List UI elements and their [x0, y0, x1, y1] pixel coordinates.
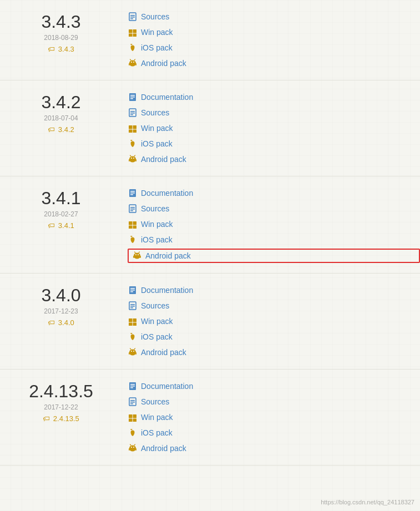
- tag-label: 2.4.13.5: [53, 414, 79, 423]
- tag-icon: 🏷: [48, 125, 55, 134]
- version-tag[interactable]: 🏷 3.4.3: [48, 45, 74, 53]
- version-link-win[interactable]: Win pack: [128, 26, 420, 39]
- version-link-win[interactable]: Win pack: [128, 315, 420, 328]
- version-link-ios[interactable]: iOS pack: [128, 137, 420, 150]
- version-row-v340: 3.4.02017-12-23🏷 3.4.0 Documentation Sou…: [0, 274, 420, 370]
- version-tag[interactable]: 🏷 3.4.1: [48, 221, 74, 230]
- version-link-android[interactable]: Android pack: [128, 249, 420, 263]
- ios-icon: [128, 332, 138, 342]
- svg-line-13: [134, 59, 135, 60]
- svg-rect-39: [130, 194, 133, 195]
- svg-rect-22: [130, 113, 135, 114]
- tag-icon: 🏷: [48, 221, 55, 230]
- svg-line-32: [130, 155, 131, 156]
- doc-label: Documentation: [141, 286, 193, 295]
- version-links: Documentation Sources Win pack iOS pack …: [122, 90, 420, 166]
- svg-rect-5: [133, 29, 137, 33]
- android-icon: [128, 58, 138, 68]
- version-link-android[interactable]: Android pack: [128, 346, 420, 359]
- win-label: Win pack: [141, 413, 173, 422]
- version-link-sources[interactable]: Sources: [128, 299, 420, 312]
- android-icon: [128, 154, 138, 164]
- svg-line-73: [134, 348, 135, 350]
- version-link-ios[interactable]: iOS pack: [128, 233, 420, 246]
- version-tag[interactable]: 🏷 3.4.0: [48, 318, 74, 327]
- svg-rect-43: [130, 210, 133, 211]
- ios-icon: [128, 428, 138, 438]
- win-label: Win pack: [141, 124, 173, 133]
- svg-point-30: [131, 158, 132, 159]
- version-link-android[interactable]: Android pack: [128, 153, 420, 166]
- version-row-v341: 3.4.12018-02-27🏷 3.4.1 Documentation Sou…: [0, 176, 420, 274]
- sources-label: Sources: [141, 12, 169, 21]
- svg-rect-89: [130, 448, 136, 451]
- svg-rect-95: [136, 448, 137, 451]
- version-link-doc[interactable]: Documentation: [128, 90, 420, 104]
- svg-rect-65: [133, 318, 137, 322]
- svg-rect-7: [133, 34, 137, 37]
- version-links: Sources Win pack iOS pack Android pack: [122, 10, 420, 70]
- version-link-win[interactable]: Win pack: [128, 217, 420, 231]
- svg-rect-6: [129, 34, 133, 37]
- version-number: 2.4.13.5: [0, 382, 122, 401]
- tag-label: 3.4.2: [58, 125, 74, 134]
- svg-rect-94: [129, 448, 130, 451]
- version-tag[interactable]: 🏷 3.4.2: [48, 125, 74, 134]
- version-link-win[interactable]: Win pack: [128, 411, 420, 424]
- version-number: 3.4.1: [0, 189, 122, 208]
- version-date: 2017-12-23: [0, 307, 122, 315]
- android-label: Android pack: [145, 251, 191, 260]
- svg-line-33: [134, 155, 135, 156]
- version-link-sources[interactable]: Sources: [128, 106, 420, 119]
- version-link-ios[interactable]: iOS pack: [128, 41, 420, 54]
- win-icon: [128, 316, 138, 326]
- svg-rect-45: [133, 221, 137, 225]
- version-link-android[interactable]: Android pack: [128, 57, 420, 70]
- svg-rect-14: [129, 63, 130, 65]
- version-link-ios[interactable]: iOS pack: [128, 330, 420, 343]
- version-date: 2018-02-27: [0, 210, 122, 218]
- svg-rect-1: [130, 15, 135, 16]
- doc-icon: [128, 188, 138, 198]
- sources-icon: [128, 204, 138, 214]
- svg-rect-79: [130, 387, 133, 388]
- svg-rect-21: [130, 111, 135, 112]
- svg-point-90: [131, 447, 132, 448]
- svg-rect-55: [140, 256, 141, 258]
- version-number: 3.4.0: [0, 286, 122, 305]
- version-link-ios[interactable]: iOS pack: [128, 426, 420, 439]
- svg-rect-81: [130, 400, 135, 401]
- version-link-sources[interactable]: Sources: [128, 395, 420, 408]
- svg-line-52: [135, 252, 136, 253]
- version-link-doc[interactable]: Documentation: [128, 380, 420, 393]
- ios-label: iOS pack: [141, 332, 173, 341]
- version-date: 2018-07-04: [0, 114, 122, 122]
- svg-rect-58: [130, 290, 135, 291]
- doc-icon: [128, 381, 138, 391]
- svg-rect-25: [133, 125, 137, 129]
- version-link-sources[interactable]: Sources: [128, 10, 420, 23]
- version-left: 3.4.22018-07-04🏷 3.4.2: [0, 90, 122, 134]
- version-tag[interactable]: 🏷 2.4.13.5: [43, 414, 79, 423]
- svg-point-91: [133, 447, 134, 448]
- win-label: Win pack: [141, 317, 173, 326]
- ios-icon: [128, 43, 138, 53]
- version-left: 3.4.32018-08-29🏷 3.4.3: [0, 10, 122, 54]
- version-date: 2017-12-22: [0, 403, 122, 411]
- version-link-android[interactable]: Android pack: [128, 442, 420, 455]
- svg-rect-18: [130, 97, 135, 98]
- svg-rect-59: [130, 291, 133, 292]
- tag-icon: 🏷: [48, 45, 55, 53]
- version-link-doc[interactable]: Documentation: [128, 186, 420, 200]
- ios-label: iOS pack: [141, 43, 173, 52]
- win-icon: [128, 219, 138, 229]
- svg-rect-44: [129, 221, 133, 225]
- ios-icon: [128, 139, 138, 149]
- version-link-doc[interactable]: Documentation: [128, 284, 420, 297]
- tag-icon: 🏷: [48, 318, 55, 327]
- svg-rect-82: [130, 402, 135, 403]
- version-link-win[interactable]: Win pack: [128, 122, 420, 135]
- version-links: Documentation Sources Win pack iOS pack …: [122, 284, 420, 359]
- version-link-sources[interactable]: Sources: [128, 202, 420, 215]
- tag-label: 3.4.3: [58, 45, 74, 53]
